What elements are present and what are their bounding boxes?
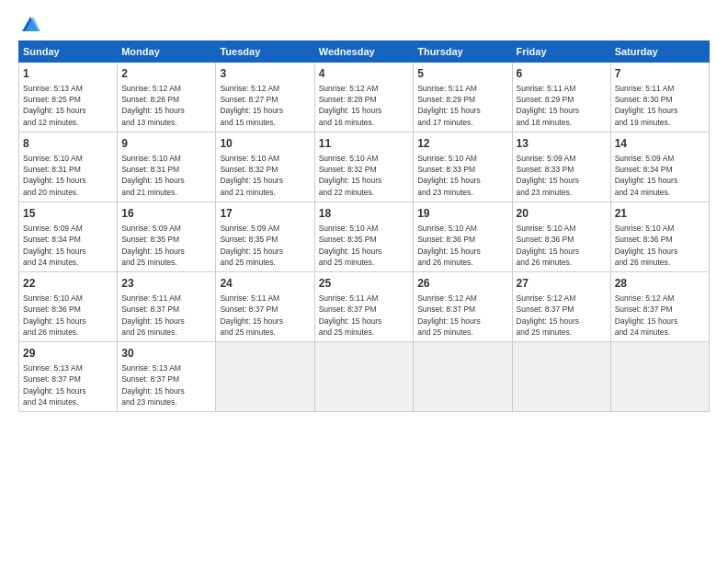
day-info: Sunrise: 5:12 AM Sunset: 8:37 PM Dayligh… [417, 293, 507, 338]
day-number: 22 [23, 276, 113, 292]
day-cell: 22Sunrise: 5:10 AM Sunset: 8:36 PM Dayli… [19, 272, 118, 342]
day-number: 13 [517, 136, 607, 152]
day-info: Sunrise: 5:12 AM Sunset: 8:28 PM Dayligh… [319, 83, 409, 128]
day-info: Sunrise: 5:10 AM Sunset: 8:32 PM Dayligh… [220, 153, 310, 198]
calendar-body: 1Sunrise: 5:13 AM Sunset: 8:25 PM Daylig… [19, 63, 710, 412]
day-number: 5 [417, 66, 507, 82]
day-cell [216, 342, 314, 412]
day-cell: 14Sunrise: 5:09 AM Sunset: 8:34 PM Dayli… [610, 132, 709, 202]
day-info: Sunrise: 5:12 AM Sunset: 8:37 PM Dayligh… [615, 293, 705, 338]
header [18, 15, 710, 31]
day-cell: 3Sunrise: 5:12 AM Sunset: 8:27 PM Daylig… [216, 63, 314, 132]
day-info: Sunrise: 5:10 AM Sunset: 8:36 PM Dayligh… [23, 293, 113, 338]
day-info: Sunrise: 5:11 AM Sunset: 8:29 PM Dayligh… [517, 83, 607, 128]
day-info: Sunrise: 5:10 AM Sunset: 8:36 PM Dayligh… [615, 223, 705, 268]
header-cell-friday: Friday [512, 41, 610, 63]
day-number: 27 [517, 276, 607, 292]
logo-icon [20, 15, 40, 35]
header-cell-wednesday: Wednesday [314, 41, 413, 63]
day-cell: 25Sunrise: 5:11 AM Sunset: 8:37 PM Dayli… [314, 272, 413, 342]
day-cell: 23Sunrise: 5:11 AM Sunset: 8:37 PM Dayli… [118, 272, 216, 342]
day-cell: 17Sunrise: 5:09 AM Sunset: 8:35 PM Dayli… [216, 202, 314, 272]
day-cell: 30Sunrise: 5:13 AM Sunset: 8:37 PM Dayli… [118, 342, 216, 412]
day-cell: 12Sunrise: 5:10 AM Sunset: 8:33 PM Dayli… [414, 132, 512, 202]
day-cell: 8Sunrise: 5:10 AM Sunset: 8:31 PM Daylig… [19, 132, 118, 202]
day-cell [414, 342, 512, 412]
week-row-3: 15Sunrise: 5:09 AM Sunset: 8:34 PM Dayli… [19, 202, 710, 272]
day-info: Sunrise: 5:11 AM Sunset: 8:37 PM Dayligh… [121, 293, 211, 338]
day-info: Sunrise: 5:09 AM Sunset: 8:33 PM Dayligh… [517, 153, 607, 198]
day-number: 12 [417, 136, 507, 152]
day-cell: 2Sunrise: 5:12 AM Sunset: 8:26 PM Daylig… [118, 63, 216, 132]
day-info: Sunrise: 5:12 AM Sunset: 8:26 PM Dayligh… [121, 83, 211, 128]
day-number: 2 [121, 66, 211, 82]
header-cell-sunday: Sunday [19, 41, 118, 63]
day-info: Sunrise: 5:10 AM Sunset: 8:36 PM Dayligh… [517, 223, 607, 268]
day-number: 24 [220, 276, 310, 292]
day-cell: 5Sunrise: 5:11 AM Sunset: 8:29 PM Daylig… [414, 63, 512, 132]
day-cell: 11Sunrise: 5:10 AM Sunset: 8:32 PM Dayli… [314, 132, 413, 202]
day-cell: 9Sunrise: 5:10 AM Sunset: 8:31 PM Daylig… [118, 132, 216, 202]
header-row: SundayMondayTuesdayWednesdayThursdayFrid… [19, 41, 710, 63]
day-cell: 10Sunrise: 5:10 AM Sunset: 8:32 PM Dayli… [216, 132, 314, 202]
day-number: 23 [121, 276, 211, 292]
day-info: Sunrise: 5:11 AM Sunset: 8:37 PM Dayligh… [220, 293, 310, 338]
header-cell-tuesday: Tuesday [216, 41, 314, 63]
day-cell: 4Sunrise: 5:12 AM Sunset: 8:28 PM Daylig… [314, 63, 413, 132]
week-row-4: 22Sunrise: 5:10 AM Sunset: 8:36 PM Dayli… [19, 272, 710, 342]
day-number: 8 [23, 136, 113, 152]
day-number: 16 [121, 206, 211, 222]
day-number: 9 [121, 136, 211, 152]
week-row-2: 8Sunrise: 5:10 AM Sunset: 8:31 PM Daylig… [19, 132, 710, 202]
day-number: 29 [23, 346, 113, 362]
day-info: Sunrise: 5:10 AM Sunset: 8:31 PM Dayligh… [121, 153, 211, 198]
day-number: 10 [220, 136, 310, 152]
day-cell: 26Sunrise: 5:12 AM Sunset: 8:37 PM Dayli… [414, 272, 512, 342]
day-number: 3 [220, 66, 310, 82]
day-number: 4 [319, 66, 409, 82]
day-info: Sunrise: 5:09 AM Sunset: 8:35 PM Dayligh… [121, 223, 211, 268]
day-number: 26 [417, 276, 507, 292]
day-info: Sunrise: 5:09 AM Sunset: 8:35 PM Dayligh… [220, 223, 310, 268]
day-info: Sunrise: 5:12 AM Sunset: 8:27 PM Dayligh… [220, 83, 310, 128]
logo [18, 15, 40, 31]
day-cell: 24Sunrise: 5:11 AM Sunset: 8:37 PM Dayli… [216, 272, 314, 342]
calendar-header: SundayMondayTuesdayWednesdayThursdayFrid… [19, 41, 710, 63]
calendar-table: SundayMondayTuesdayWednesdayThursdayFrid… [18, 40, 710, 412]
day-number: 25 [319, 276, 409, 292]
day-cell: 13Sunrise: 5:09 AM Sunset: 8:33 PM Dayli… [512, 132, 610, 202]
day-number: 15 [23, 206, 113, 222]
day-number: 6 [517, 66, 607, 82]
day-cell: 18Sunrise: 5:10 AM Sunset: 8:35 PM Dayli… [314, 202, 413, 272]
header-cell-monday: Monday [118, 41, 216, 63]
day-info: Sunrise: 5:11 AM Sunset: 8:37 PM Dayligh… [319, 293, 409, 338]
day-number: 20 [517, 206, 607, 222]
day-info: Sunrise: 5:09 AM Sunset: 8:34 PM Dayligh… [615, 153, 705, 198]
day-cell: 15Sunrise: 5:09 AM Sunset: 8:34 PM Dayli… [19, 202, 118, 272]
week-row-5: 29Sunrise: 5:13 AM Sunset: 8:37 PM Dayli… [19, 342, 710, 412]
day-number: 21 [615, 206, 705, 222]
day-cell: 27Sunrise: 5:12 AM Sunset: 8:37 PM Dayli… [512, 272, 610, 342]
day-info: Sunrise: 5:09 AM Sunset: 8:34 PM Dayligh… [23, 223, 113, 268]
day-number: 28 [615, 276, 705, 292]
day-info: Sunrise: 5:10 AM Sunset: 8:31 PM Dayligh… [23, 153, 113, 198]
day-cell [610, 342, 709, 412]
day-cell [512, 342, 610, 412]
day-cell: 28Sunrise: 5:12 AM Sunset: 8:37 PM Dayli… [610, 272, 709, 342]
day-info: Sunrise: 5:11 AM Sunset: 8:29 PM Dayligh… [417, 83, 507, 128]
day-cell: 16Sunrise: 5:09 AM Sunset: 8:35 PM Dayli… [118, 202, 216, 272]
day-number: 19 [417, 206, 507, 222]
day-info: Sunrise: 5:13 AM Sunset: 8:25 PM Dayligh… [23, 83, 113, 128]
day-info: Sunrise: 5:13 AM Sunset: 8:37 PM Dayligh… [121, 362, 211, 408]
day-number: 11 [319, 136, 409, 152]
day-cell: 6Sunrise: 5:11 AM Sunset: 8:29 PM Daylig… [512, 63, 610, 132]
day-number: 14 [615, 136, 705, 152]
day-number: 7 [615, 66, 705, 82]
day-info: Sunrise: 5:11 AM Sunset: 8:30 PM Dayligh… [615, 83, 705, 128]
day-cell: 29Sunrise: 5:13 AM Sunset: 8:37 PM Dayli… [19, 342, 118, 412]
day-number: 17 [220, 206, 310, 222]
day-info: Sunrise: 5:12 AM Sunset: 8:37 PM Dayligh… [517, 293, 607, 338]
day-info: Sunrise: 5:10 AM Sunset: 8:35 PM Dayligh… [319, 223, 409, 268]
day-number: 1 [23, 66, 113, 82]
day-info: Sunrise: 5:10 AM Sunset: 8:36 PM Dayligh… [417, 223, 507, 268]
